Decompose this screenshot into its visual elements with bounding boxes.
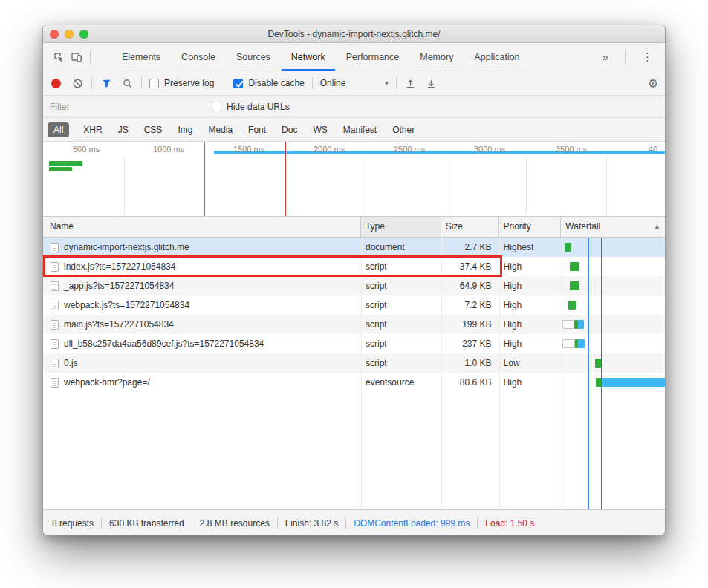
- preserve-log-checkbox[interactable]: [149, 79, 159, 88]
- request-count: 8 requests: [52, 518, 94, 529]
- waterfall-bar: [602, 378, 665, 387]
- table-row[interactable]: main.js?ts=1572271054834 script 199 KB H…: [43, 315, 665, 334]
- clear-network-log-button[interactable]: [71, 76, 84, 90]
- type-filter-media[interactable]: Media: [207, 122, 234, 137]
- table-row[interactable]: index.js?ts=1572271054834 script 37.4 KB…: [43, 257, 665, 276]
- waterfall-cell: [561, 257, 665, 276]
- request-type: script: [361, 334, 441, 353]
- overview-tick-label: 1500 ms: [233, 145, 264, 154]
- column-gridline: [499, 238, 500, 509]
- overview-strip[interactable]: 500 ms1000 ms1500 ms2000 ms2500 ms3000 m…: [43, 142, 665, 217]
- status-divider: [101, 518, 102, 529]
- request-size: 80.6 KB: [441, 373, 499, 392]
- tab-network[interactable]: Network: [282, 43, 335, 71]
- column-gridline: [441, 238, 442, 509]
- waterfall-bar: [570, 281, 579, 290]
- type-filter-img[interactable]: Img: [176, 122, 194, 137]
- document-icon: [51, 320, 59, 330]
- column-header-waterfall[interactable]: Waterfall ▲: [561, 217, 665, 237]
- type-filter-doc[interactable]: Doc: [280, 122, 299, 137]
- overview-tick-label: 3500 ms: [556, 145, 587, 154]
- tab-application[interactable]: Application: [464, 43, 529, 71]
- request-priority: High: [499, 257, 562, 276]
- more-tabs-icon[interactable]: »: [598, 50, 613, 63]
- type-filter-manifest[interactable]: Manifest: [342, 122, 378, 137]
- throttling-dropdown[interactable]: Online ▾: [320, 78, 389, 88]
- tab-bar-right: » ⋮: [598, 50, 658, 64]
- overview-tick-label: 40: [649, 145, 657, 154]
- title-bar[interactable]: DevTools - dynamic-import-nextjs.glitch.…: [43, 25, 665, 43]
- waterfall-header-label: Waterfall: [565, 221, 600, 232]
- record-network-log-button[interactable]: [51, 79, 61, 88]
- request-size: 37.4 KB: [441, 257, 499, 276]
- preserve-log-label: Preserve log: [164, 78, 214, 88]
- toolbar-divider: [625, 50, 626, 64]
- waterfall-cell: [561, 353, 665, 373]
- network-settings-gear-icon[interactable]: ⚙: [648, 76, 658, 91]
- column-header-type[interactable]: Type: [361, 217, 441, 237]
- network-toolbar: Preserve log Disable cache Online ▾: [43, 71, 665, 96]
- finish-time: Finish: 3.82 s: [285, 518, 338, 529]
- table-row[interactable]: webpack.js?ts=1572271054834 script 7.2 K…: [43, 295, 665, 315]
- requests-body: dynamic-import-nextjs.glitch.me document…: [43, 238, 665, 509]
- upload-arrow-icon: [405, 78, 416, 89]
- type-filter-js[interactable]: JS: [117, 122, 130, 137]
- overview-gridline: [446, 157, 446, 216]
- table-row[interactable]: webpack-hmr?page=/ eventsource 80.6 KB H…: [43, 373, 665, 392]
- toolbar-divider: [396, 77, 397, 89]
- minimize-window-button[interactable]: [65, 30, 74, 39]
- waterfall-bar: [565, 243, 571, 252]
- type-filter-all[interactable]: All: [48, 122, 69, 137]
- close-window-button[interactable]: [50, 30, 59, 39]
- toolbar-divider: [312, 77, 313, 89]
- request-type: script: [361, 315, 441, 334]
- tab-elements[interactable]: Elements: [112, 43, 170, 71]
- column-header-name[interactable]: Name: [43, 217, 361, 237]
- document-icon: [51, 281, 59, 291]
- filter-toggle-button[interactable]: [100, 76, 113, 90]
- import-har-button[interactable]: [404, 76, 418, 90]
- waterfall-bar: [568, 301, 576, 310]
- type-filter-font[interactable]: Font: [247, 122, 267, 137]
- type-filter-css[interactable]: CSS: [143, 122, 164, 137]
- column-header-priority[interactable]: Priority: [499, 217, 562, 237]
- zoom-window-button[interactable]: [79, 30, 88, 39]
- type-filter-ws[interactable]: WS: [311, 122, 328, 137]
- export-har-button[interactable]: [425, 76, 438, 90]
- search-button[interactable]: [120, 76, 134, 90]
- status-divider: [277, 518, 278, 529]
- status-divider: [477, 518, 478, 529]
- customize-devtools-icon[interactable]: ⋮: [637, 50, 658, 64]
- waterfall-bar: [562, 320, 575, 329]
- device-toolbar-icon: [71, 51, 82, 63]
- disable-cache-checkbox[interactable]: [233, 79, 243, 88]
- overview-tick-label: 2500 ms: [394, 145, 425, 154]
- waterfall-cell: [561, 315, 665, 334]
- request-priority: High: [499, 295, 562, 315]
- type-filter-xhr[interactable]: XHR: [82, 122, 103, 137]
- tab-performance[interactable]: Performance: [337, 43, 409, 71]
- filter-input[interactable]: [50, 102, 206, 112]
- table-row[interactable]: _app.js?ts=1572271054834 script 64.9 KB …: [43, 276, 665, 295]
- table-row[interactable]: 0.js script 1.0 KB Low: [43, 353, 665, 373]
- document-icon: [51, 359, 59, 368]
- load-marker-line: [601, 238, 602, 509]
- tab-console[interactable]: Console: [172, 43, 225, 71]
- overview-gridline: [606, 157, 607, 216]
- table-row[interactable]: dynamic-import-nextjs.glitch.me document…: [43, 238, 665, 257]
- hide-data-urls-checkbox[interactable]: [212, 102, 221, 111]
- column-header-size[interactable]: Size: [441, 217, 499, 237]
- table-row[interactable]: dll_b58c257da4aa56d89cef.js?ts=157227105…: [43, 334, 665, 353]
- tab-sources[interactable]: Sources: [227, 43, 280, 71]
- panel-tabs: Elements Console Sources Network Perform…: [111, 43, 530, 71]
- tab-memory[interactable]: Memory: [410, 43, 463, 71]
- document-icon: [51, 301, 59, 310]
- type-filter-other[interactable]: Other: [391, 122, 416, 137]
- request-name: webpack-hmr?page=/: [64, 373, 150, 392]
- inspect-element-button[interactable]: [50, 48, 68, 67]
- request-type: script: [361, 257, 441, 276]
- request-priority: High: [499, 315, 562, 334]
- toggle-device-toolbar-button[interactable]: [68, 48, 85, 67]
- hide-data-urls-label: Hide data URLs: [227, 102, 290, 112]
- waterfall-cell: [561, 295, 665, 315]
